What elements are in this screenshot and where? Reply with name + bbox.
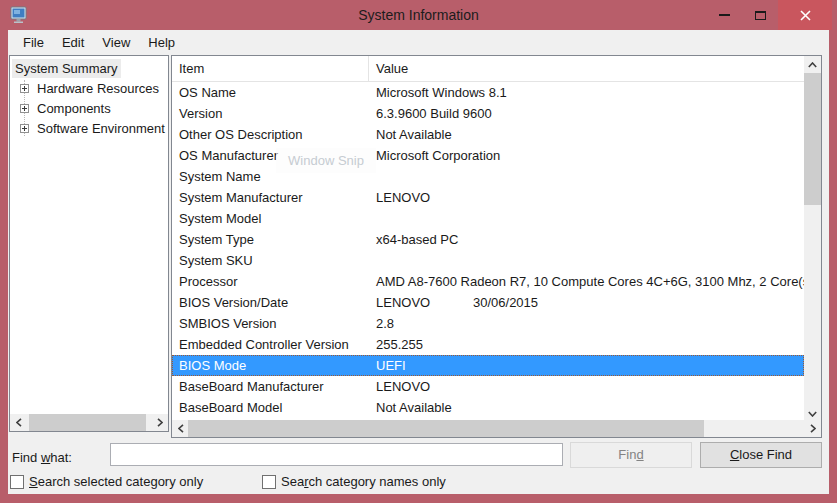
- find-input[interactable]: [110, 443, 563, 466]
- row-value: Microsoft Windows 8.1: [369, 82, 804, 103]
- table-row[interactable]: BIOS Version/DateLENOVO30/06/2015: [172, 292, 804, 313]
- checkbox-icon[interactable]: [10, 475, 24, 489]
- info-table-panel: Item Value OS NameMicrosoft Windows 8.1V…: [171, 55, 822, 438]
- table-vertical-scrollbar[interactable]: [804, 56, 821, 422]
- table-hscroll-thumb[interactable]: [188, 420, 704, 437]
- menu-bar: File Edit View Help: [8, 30, 829, 54]
- row-value: 6.3.9600 Build 9600: [369, 103, 804, 124]
- tree-item[interactable]: Components: [10, 99, 168, 119]
- table-vscroll-thumb[interactable]: [804, 73, 821, 205]
- row-item: BIOS Version/Date: [172, 292, 369, 313]
- row-item: Other OS Description: [172, 124, 369, 145]
- window-snip-watermark: Window Snip: [276, 148, 376, 173]
- row-item: System Type: [172, 229, 369, 250]
- find-bar: Find what: Find Close Find Search select…: [8, 438, 829, 494]
- tree-item-label: System Summary: [12, 59, 121, 78]
- tree-horizontal-scrollbar[interactable]: [10, 414, 168, 431]
- table-row[interactable]: OS ManufacturerMicrosoft Corporation: [172, 145, 804, 166]
- table-row[interactable]: System Name: [172, 166, 804, 187]
- menu-view[interactable]: View: [93, 32, 139, 53]
- table-row[interactable]: BaseBoard ManufacturerLENOVO: [172, 376, 804, 397]
- minimize-icon: [719, 14, 730, 16]
- scroll-up-icon[interactable]: [804, 56, 821, 73]
- table-row[interactable]: Embedded Controller Version255.255: [172, 334, 804, 355]
- find-options-row: Search selected category only Search cat…: [10, 474, 831, 494]
- row-value: [369, 250, 804, 271]
- row-item: Processor: [172, 271, 369, 292]
- row-value: [369, 208, 804, 229]
- tree-hscroll-thumb[interactable]: [29, 414, 146, 431]
- table-row[interactable]: SMBIOS Version2.8: [172, 313, 804, 334]
- search-selected-category-checkbox[interactable]: Search selected category only: [10, 474, 203, 489]
- column-header-item[interactable]: Item: [172, 56, 369, 81]
- row-item: System SKU: [172, 250, 369, 271]
- table-row[interactable]: System Model: [172, 208, 804, 229]
- checkbox-label: Search selected category only: [29, 474, 203, 489]
- maximize-icon: [755, 11, 766, 20]
- close-icon: [800, 10, 811, 21]
- row-value: 255.255: [369, 334, 804, 355]
- table-row[interactable]: BaseBoard ModelNot Available: [172, 397, 804, 418]
- row-value: x64-based PC: [369, 229, 804, 250]
- table-row[interactable]: System Typex64-based PC: [172, 229, 804, 250]
- system-information-window: System Information File Edit View Help S…: [0, 0, 837, 503]
- table-horizontal-scrollbar[interactable]: [172, 420, 821, 437]
- row-value: LENOVO: [369, 187, 804, 208]
- maximize-button[interactable]: [742, 0, 778, 30]
- table-row[interactable]: System ManufacturerLENOVO: [172, 187, 804, 208]
- row-value: [369, 166, 804, 187]
- title-bar[interactable]: System Information: [0, 0, 837, 30]
- row-value: UEFI: [369, 355, 804, 376]
- column-header-value[interactable]: Value: [369, 56, 408, 81]
- table-row[interactable]: ProcessorAMD A8-7600 Radeon R7, 10 Compu…: [172, 271, 804, 292]
- tree-item[interactable]: Hardware Resources: [10, 79, 168, 99]
- row-item: OS Name: [172, 82, 369, 103]
- menu-file[interactable]: File: [14, 32, 53, 53]
- menu-help[interactable]: Help: [139, 32, 184, 53]
- expand-plus-icon[interactable]: [20, 84, 29, 93]
- table-row[interactable]: System SKU: [172, 250, 804, 271]
- scroll-right-icon[interactable]: [151, 414, 168, 431]
- find-what-label: Find what:: [12, 450, 72, 465]
- minimize-button[interactable]: [706, 0, 742, 30]
- row-value: Microsoft Corporation: [369, 145, 804, 166]
- row-item: SMBIOS Version: [172, 313, 369, 334]
- close-find-button[interactable]: Close Find: [700, 442, 822, 468]
- row-item: System Model: [172, 208, 369, 229]
- menu-edit[interactable]: Edit: [53, 32, 93, 53]
- tree-item-label: Hardware Resources: [34, 79, 162, 98]
- row-value: AMD A8-7600 Radeon R7, 10 Compute Cores …: [369, 271, 804, 292]
- client-area: File Edit View Help System SummaryHardwa…: [8, 30, 829, 494]
- row-value: LENOVO30/06/2015: [369, 292, 804, 313]
- checkbox-label: Search category names only: [281, 474, 446, 489]
- tree-item[interactable]: System Summary: [10, 59, 168, 79]
- tree-item[interactable]: Software Environment: [10, 119, 168, 139]
- scroll-right-icon[interactable]: [804, 420, 821, 437]
- scroll-left-icon[interactable]: [10, 414, 27, 431]
- table-row[interactable]: Other OS DescriptionNot Available: [172, 124, 804, 145]
- scroll-left-icon[interactable]: [172, 420, 189, 437]
- table-body: OS NameMicrosoft Windows 8.1Version6.3.9…: [172, 82, 804, 418]
- row-value: 2.8: [369, 313, 804, 334]
- table-row[interactable]: BIOS ModeUEFI: [172, 355, 804, 376]
- category-tree-panel: System SummaryHardware ResourcesComponen…: [9, 55, 169, 432]
- row-item: BIOS Mode: [172, 355, 369, 376]
- search-category-names-checkbox[interactable]: Search category names only: [262, 474, 446, 489]
- tree-item-label: Components: [34, 99, 114, 118]
- row-item: System Manufacturer: [172, 187, 369, 208]
- expand-plus-icon[interactable]: [20, 124, 29, 133]
- table-row[interactable]: OS NameMicrosoft Windows 8.1: [172, 82, 804, 103]
- row-item: Version: [172, 103, 369, 124]
- row-item: BaseBoard Model: [172, 397, 369, 418]
- expand-plus-icon[interactable]: [20, 104, 29, 113]
- tree-item-label: Software Environment: [34, 119, 168, 138]
- checkbox-icon[interactable]: [262, 475, 276, 489]
- table-row[interactable]: Version6.3.9600 Build 9600: [172, 103, 804, 124]
- row-item: BaseBoard Manufacturer: [172, 376, 369, 397]
- table-header: Item Value: [172, 56, 804, 82]
- close-button[interactable]: [778, 0, 832, 30]
- category-tree: System SummaryHardware ResourcesComponen…: [10, 56, 168, 414]
- find-button[interactable]: Find: [570, 442, 692, 468]
- row-value: LENOVO: [369, 376, 804, 397]
- row-value: Not Available: [369, 397, 804, 418]
